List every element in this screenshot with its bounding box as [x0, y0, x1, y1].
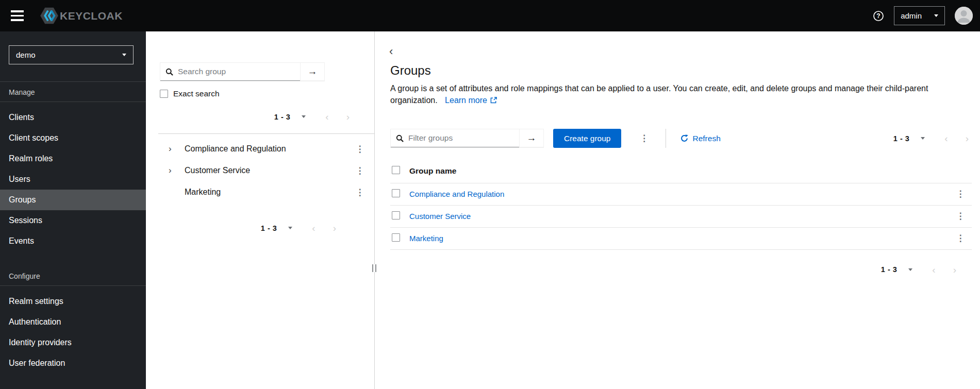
table-row: Marketing ⋮	[390, 227, 972, 249]
pagination-range: 1 - 3	[881, 265, 898, 274]
row-kebab-button[interactable]: ⋮	[954, 234, 967, 243]
drawer-collapse-button[interactable]: ‹	[389, 46, 393, 57]
table-pagination-top: 1 - 3 ‹ ›	[893, 132, 971, 144]
sidebar-item-sessions[interactable]: Sessions	[0, 210, 146, 231]
sidebar-item-realm-roles[interactable]: Realm roles	[0, 148, 146, 169]
nav-section-configure: Configure	[0, 266, 146, 285]
kebab-menu-button[interactable]: ⋮	[354, 166, 366, 175]
pagination-prev-button[interactable]: ‹	[323, 111, 330, 123]
kebab-icon: ⋮	[956, 233, 965, 243]
groups-table: Group name Compliance and Regulation ⋮ C…	[390, 160, 972, 250]
refresh-button[interactable]: Refresh	[680, 134, 720, 143]
page-title: Groups	[390, 63, 972, 78]
tree-row[interactable]: › Compliance and Regulation ⋮	[146, 138, 374, 160]
pagination-prev-button[interactable]: ‹	[310, 222, 317, 234]
tree-row[interactable]: › Customer Service ⋮	[146, 160, 374, 181]
kebab-icon: ⋮	[356, 144, 364, 154]
pagination-range-toggle[interactable]: 1 - 3	[893, 134, 925, 143]
sidebar-item-clients[interactable]: Clients	[0, 107, 146, 128]
create-group-button[interactable]: Create group	[553, 129, 621, 148]
pagination-next-button[interactable]: ›	[344, 111, 352, 123]
search-group-input[interactable]	[160, 63, 300, 81]
chevron-left-icon: ‹	[325, 111, 328, 122]
expand-group-button[interactable]: ›	[169, 165, 178, 176]
column-header-group-name[interactable]: Group name	[409, 160, 954, 183]
row-checkbox[interactable]	[392, 189, 400, 197]
row-kebab-button[interactable]: ⋮	[954, 190, 967, 198]
user-menu-dropdown[interactable]: admin	[894, 6, 945, 25]
sidebar-item-users[interactable]: Users	[0, 169, 146, 190]
kebab-icon: ⋮	[356, 166, 364, 176]
nav-toggle-button[interactable]	[9, 8, 26, 23]
kebab-icon: ⋮	[956, 211, 965, 221]
pagination-range-toggle[interactable]: 1 - 3	[881, 265, 913, 274]
row-kebab-button[interactable]: ⋮	[954, 212, 967, 221]
groups-tree-list: › Compliance and Regulation ⋮ › Customer…	[146, 138, 374, 203]
search-submit-button[interactable]: →	[300, 63, 324, 81]
group-link[interactable]: Marketing	[409, 234, 443, 243]
arrow-right-icon: →	[308, 66, 318, 77]
chevron-left-icon: ‹	[389, 45, 393, 58]
table-pagination-bottom: 1 - 3 ‹ ›	[390, 264, 958, 276]
exact-search-toggle[interactable]: Exact search	[160, 89, 220, 98]
table-row: Compliance and Regulation ⋮	[390, 183, 972, 205]
page-description: A group is a set of attributes and role …	[390, 82, 960, 106]
kebab-menu-button[interactable]: ⋮	[354, 188, 366, 197]
sidebar-item-authentication[interactable]: Authentication	[0, 312, 146, 332]
sidebar: demo Manage Clients Client scopes Realm …	[0, 31, 146, 389]
exact-search-checkbox[interactable]	[160, 90, 168, 98]
sidebar-item-user-federation[interactable]: User federation	[0, 353, 146, 374]
learn-more-link[interactable]: Learn more	[445, 94, 497, 106]
tree-pagination-top: 1 - 3 ‹ ›	[146, 111, 352, 123]
keycloak-logo[interactable]: KEYCLOAK	[40, 7, 123, 24]
pagination-next-button[interactable]: ›	[951, 264, 958, 276]
select-all-checkbox[interactable]	[392, 166, 400, 174]
avatar[interactable]	[955, 7, 973, 25]
configure-nav-list: Realm settings Authentication Identity p…	[0, 286, 146, 374]
pagination-range: 1 - 3	[274, 113, 291, 121]
row-checkbox[interactable]	[392, 233, 400, 242]
chevron-down-icon	[908, 268, 912, 271]
pagination-range-toggle[interactable]: 1 - 3	[261, 224, 293, 232]
table-header-row: Group name	[390, 160, 972, 183]
filter-groups-input[interactable]	[391, 129, 519, 147]
row-checkbox[interactable]	[392, 211, 400, 219]
sidebar-item-identity-providers[interactable]: Identity providers	[0, 332, 146, 353]
panel-resize-handle[interactable]	[372, 264, 376, 272]
help-button[interactable]: ?	[873, 10, 884, 22]
keycloak-hexagon-icon	[40, 7, 59, 24]
realm-selector[interactable]: demo	[9, 45, 134, 64]
sidebar-item-client-scopes[interactable]: Client scopes	[0, 128, 146, 148]
chevron-down-icon	[921, 137, 925, 140]
expand-group-button[interactable]: ›	[169, 144, 178, 154]
pagination-next-button[interactable]: ›	[964, 132, 971, 144]
pagination-prev-button[interactable]: ‹	[930, 264, 937, 276]
pagination-next-button[interactable]: ›	[331, 222, 338, 234]
pagination-range: 1 - 3	[261, 224, 277, 232]
group-tree-label[interactable]: Compliance and Regulation	[185, 144, 286, 154]
chevron-right-icon: ›	[966, 133, 969, 144]
chevron-right-icon: ›	[346, 111, 350, 122]
hamburger-icon	[11, 10, 24, 12]
toolbar-kebab-button[interactable]: ⋮	[638, 134, 650, 143]
question-glyph: ?	[876, 12, 880, 20]
group-tree-label[interactable]: Customer Service	[185, 166, 250, 175]
tree-row[interactable]: Marketing ⋮	[146, 181, 374, 203]
brand-name: KEYCLOAK	[60, 10, 123, 22]
chevron-right-icon: ›	[169, 144, 172, 154]
sidebar-item-realm-settings[interactable]: Realm settings	[0, 291, 146, 312]
group-link[interactable]: Compliance and Regulation	[409, 190, 504, 198]
group-tree-label[interactable]: Marketing	[185, 188, 221, 197]
kebab-icon: ⋮	[356, 188, 364, 197]
table-row: Customer Service ⋮	[390, 205, 972, 227]
pagination-prev-button[interactable]: ‹	[942, 132, 950, 144]
group-link[interactable]: Customer Service	[409, 212, 471, 221]
chevron-down-icon	[122, 54, 126, 56]
main-content: ‹ Groups A group is a set of attributes …	[375, 31, 980, 389]
kebab-menu-button[interactable]: ⋮	[354, 145, 366, 154]
filter-submit-button[interactable]: →	[519, 129, 543, 147]
pagination-range-toggle[interactable]: 1 - 3	[274, 113, 306, 121]
sidebar-item-events[interactable]: Events	[0, 231, 146, 251]
sidebar-item-groups[interactable]: Groups	[0, 190, 146, 210]
chevron-left-icon: ‹	[312, 223, 315, 233]
